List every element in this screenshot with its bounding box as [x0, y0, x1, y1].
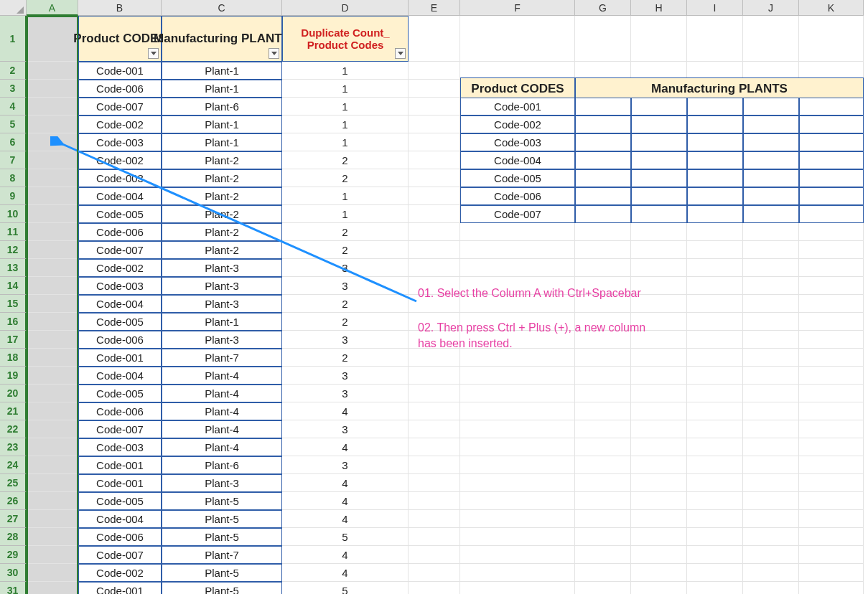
cell-I23[interactable]	[687, 438, 743, 456]
cell-G7[interactable]	[575, 151, 631, 169]
cell-I22[interactable]	[687, 420, 743, 438]
cell-A15[interactable]	[27, 295, 78, 313]
cell-D8[interactable]: 2	[282, 169, 409, 187]
row-header-22[interactable]: 22	[0, 420, 27, 438]
cell-A3[interactable]	[27, 80, 78, 98]
cell-I29[interactable]	[687, 546, 743, 564]
cell-H31[interactable]	[631, 582, 687, 594]
cell-J1[interactable]	[743, 16, 799, 62]
cell-J31[interactable]	[743, 582, 799, 594]
cell-B21[interactable]: Code-006	[78, 402, 162, 420]
cell-I30[interactable]	[687, 564, 743, 582]
cell-K20[interactable]	[799, 385, 864, 402]
cell-I11[interactable]	[687, 223, 743, 241]
row-header-14[interactable]: 14	[0, 277, 27, 295]
cell-B20[interactable]: Code-005	[78, 385, 162, 402]
cell-H1[interactable]	[631, 16, 687, 62]
cell-H19[interactable]	[631, 367, 687, 385]
cell-B5[interactable]: Code-002	[78, 116, 162, 133]
column-header-A[interactable]: A	[27, 0, 78, 16]
column-header-F[interactable]: F	[460, 0, 575, 16]
cell-A2[interactable]	[27, 62, 78, 80]
cell-H22[interactable]	[631, 420, 687, 438]
row-header-3[interactable]: 3	[0, 80, 27, 98]
row-header-11[interactable]: 11	[0, 223, 27, 241]
cell-B24[interactable]: Code-001	[78, 456, 162, 474]
cell-F25[interactable]	[460, 474, 575, 492]
cell-I20[interactable]	[687, 385, 743, 402]
cell-K22[interactable]	[799, 420, 864, 438]
column-header-H[interactable]: H	[631, 0, 687, 16]
cell-J23[interactable]	[743, 438, 799, 456]
row-header-24[interactable]: 24	[0, 456, 27, 474]
column-header-J[interactable]: J	[743, 0, 799, 16]
cell-J17[interactable]	[743, 331, 799, 349]
cell-B9[interactable]: Code-004	[78, 187, 162, 205]
cell-J22[interactable]	[743, 420, 799, 438]
cell-A1[interactable]	[27, 16, 78, 62]
cell-A8[interactable]	[27, 169, 78, 187]
cell-H12[interactable]	[631, 241, 687, 259]
cell-J8[interactable]	[743, 169, 799, 187]
cell-G20[interactable]	[575, 385, 631, 402]
cell-K16[interactable]	[799, 313, 864, 331]
cell-H13[interactable]	[631, 259, 687, 277]
cell-C31[interactable]: Plant-5	[162, 582, 282, 594]
cell-F23[interactable]	[460, 438, 575, 456]
cell-D18[interactable]: 2	[282, 349, 409, 367]
cell-B23[interactable]: Code-003	[78, 438, 162, 456]
cell-A31[interactable]	[27, 582, 78, 594]
cell-B26[interactable]: Code-005	[78, 492, 162, 510]
column-header-I[interactable]: I	[687, 0, 743, 16]
cell-I18[interactable]	[687, 349, 743, 367]
cell-G4[interactable]	[575, 98, 631, 116]
row-header-29[interactable]: 29	[0, 546, 27, 564]
cell-G28[interactable]	[575, 528, 631, 546]
cell-D21[interactable]: 4	[282, 402, 409, 420]
cell-F4[interactable]: Code-001	[460, 98, 575, 116]
cell-C30[interactable]: Plant-5	[162, 564, 282, 582]
cell-E26[interactable]	[409, 492, 460, 510]
cell-K7[interactable]	[799, 151, 864, 169]
cell-G25[interactable]	[575, 474, 631, 492]
cell-J4[interactable]	[743, 98, 799, 116]
row-header-5[interactable]: 5	[0, 116, 27, 133]
row-header-4[interactable]: 4	[0, 98, 27, 116]
cell-G30[interactable]	[575, 564, 631, 582]
row-header-28[interactable]: 28	[0, 528, 27, 546]
cell-F22[interactable]	[460, 420, 575, 438]
cell-B15[interactable]: Code-004	[78, 295, 162, 313]
cell-G5[interactable]	[575, 116, 631, 133]
cell-G24[interactable]	[575, 456, 631, 474]
cell-J29[interactable]	[743, 546, 799, 564]
cell-C1[interactable]: Manufacturing PLANTS	[162, 16, 282, 62]
cell-A12[interactable]	[27, 241, 78, 259]
cell-F10[interactable]: Code-007	[460, 205, 575, 223]
cell-B13[interactable]: Code-002	[78, 259, 162, 277]
cell-E2[interactable]	[409, 62, 460, 80]
cell-C26[interactable]: Plant-5	[162, 492, 282, 510]
cell-K24[interactable]	[799, 456, 864, 474]
cell-H20[interactable]	[631, 385, 687, 402]
cell-A28[interactable]	[27, 528, 78, 546]
cell-E8[interactable]	[409, 169, 460, 187]
cell-E25[interactable]	[409, 474, 460, 492]
row-header-15[interactable]: 15	[0, 295, 27, 313]
cell-I9[interactable]	[687, 187, 743, 205]
cell-A21[interactable]	[27, 402, 78, 420]
cell-I26[interactable]	[687, 492, 743, 510]
cell-H24[interactable]	[631, 456, 687, 474]
cell-I24[interactable]	[687, 456, 743, 474]
cell-C6[interactable]: Plant-1	[162, 133, 282, 151]
cell-E11[interactable]	[409, 223, 460, 241]
cell-G26[interactable]	[575, 492, 631, 510]
cell-C3[interactable]: Plant-1	[162, 80, 282, 98]
cell-F7[interactable]: Code-004	[460, 151, 575, 169]
cell-D4[interactable]: 1	[282, 98, 409, 116]
row-header-10[interactable]: 10	[0, 205, 27, 223]
cell-D20[interactable]: 3	[282, 385, 409, 402]
cell-G21[interactable]	[575, 402, 631, 420]
cell-J11[interactable]	[743, 223, 799, 241]
cell-F20[interactable]	[460, 385, 575, 402]
cell-E12[interactable]	[409, 241, 460, 259]
